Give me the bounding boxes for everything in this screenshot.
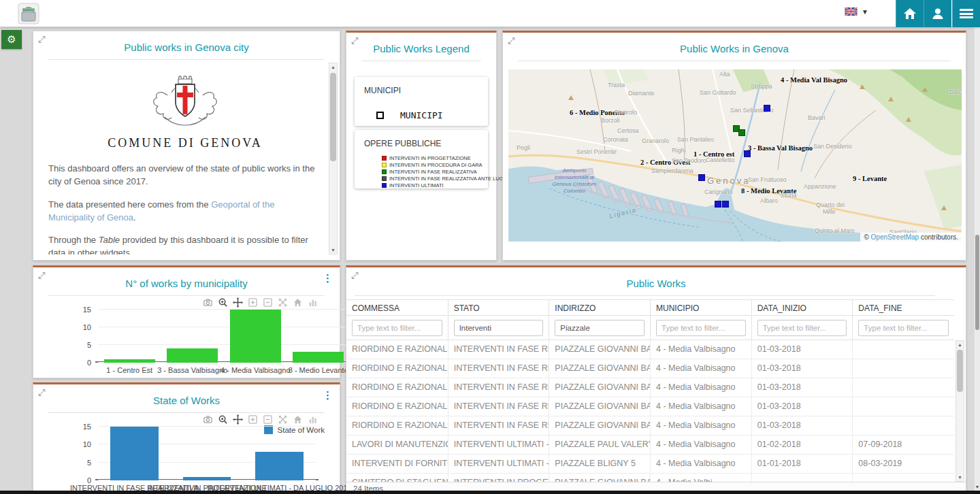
user-button[interactable] <box>924 0 951 27</box>
table-cell: 4 - Media Valbisagno <box>651 340 752 359</box>
bar-slot <box>171 422 244 480</box>
bar <box>293 352 344 363</box>
filter-input-municipio[interactable] <box>656 320 746 336</box>
table-body: RIORDINO E RAZIONALIZZINTERVENTI IN FASE… <box>346 340 954 482</box>
y-tick-label: 15 <box>83 306 91 314</box>
table-header: COMMESSA STATO INDIRIZZO MUNICIPIO DATA_… <box>346 299 954 316</box>
intro-paragraph: Through the Table provided by this dashb… <box>48 234 322 254</box>
filter-input-stato[interactable] <box>454 320 544 336</box>
openstreetmap-link[interactable]: OpenStreetMap <box>871 233 919 241</box>
panel-map: ⤢ Public Works in Genova <box>502 31 966 261</box>
expand-icon[interactable]: ⤢ <box>38 35 45 44</box>
filter-input-commessa[interactable] <box>352 320 442 336</box>
genova-crest-icon <box>147 75 223 133</box>
column-header[interactable]: INDIRIZZO <box>549 300 651 315</box>
table-row[interactable]: CIMITERO DI STAGLIENOINTERVENTI IN PROGE… <box>346 474 954 482</box>
y-tick-label: 10 <box>83 440 91 448</box>
bar-slot <box>98 305 161 363</box>
table-row[interactable]: LAVORI DI MANUTENZIONINTERVENTI ULTIMATI… <box>346 435 954 455</box>
home-button[interactable] <box>896 0 924 27</box>
table-cell: 07-09-2018 <box>853 435 954 454</box>
table-row[interactable]: RIORDINO E RAZIONALIZZINTERVENTI IN FASE… <box>346 340 954 359</box>
table-row[interactable]: RIORDINO E RAZIONALIZZINTERVENTI IN FASE… <box>346 416 954 435</box>
table-cell: 01-03-2018 <box>752 340 853 359</box>
legend-item-label: MUNICIPI <box>400 110 443 120</box>
panel-title: Public Works in Genova <box>503 33 966 54</box>
menu-button[interactable] <box>952 0 980 27</box>
scroll-down-icon[interactable]: ▼ <box>975 484 980 489</box>
scrollbar-thumb[interactable] <box>975 235 979 330</box>
table-cell: PIAZZALE GIOVANNI BATT <box>549 378 651 397</box>
panel-state-of-works: ⤢ ⋮ State of Works State of Work 051015I… <box>33 382 340 494</box>
table-cell: 4 - Media Valbi <box>651 474 752 482</box>
bar-slot <box>98 422 171 480</box>
widget-menu-icon[interactable]: ⋮ <box>323 390 333 400</box>
org-name: COMUNE DI GENOVA <box>48 136 322 150</box>
expand-icon[interactable]: ⤢ <box>38 271 45 280</box>
bar <box>255 452 303 480</box>
table-cell: PIAZZALE PAUL VALERY 9 <box>549 435 651 454</box>
bar <box>110 427 158 480</box>
intro-paragraph: The data presented here comes from the G… <box>48 199 322 225</box>
scrollbar-thumb[interactable] <box>330 73 336 161</box>
gear-icon: ⚙ <box>7 33 16 46</box>
widget-menu-icon[interactable]: ⋮ <box>323 273 333 283</box>
table-cell: LAVORI DI MANUTENZION <box>346 435 448 454</box>
column-header[interactable]: STATO <box>448 300 550 315</box>
table-cell: RIORDINO E RAZIONALIZZ <box>346 340 448 359</box>
table-cell: RIORDINO E RAZIONALIZZ <box>346 397 448 416</box>
table-cell: 01-03-2018 <box>752 397 853 416</box>
filter-input-indirizzo[interactable] <box>555 320 644 336</box>
x-tick-label: 8 - Medio Levante <box>289 366 348 374</box>
table-cell: 4 - Media Valbisagno <box>651 397 752 416</box>
bar-slot <box>161 305 225 363</box>
divider <box>48 59 325 60</box>
scroll-up-icon[interactable]: ▲ <box>329 65 337 69</box>
x-tick-label: 4 - Media Valbisagno <box>220 366 291 374</box>
table-cell: 4 - Media Valbisagno <box>651 378 752 397</box>
column-header[interactable]: DATA_INIZIO <box>752 300 853 315</box>
x-tick-label: 1 - Centro Est <box>106 366 152 374</box>
column-header[interactable]: DATA_FINE <box>853 300 954 315</box>
scrollbar-thumb[interactable] <box>957 350 963 392</box>
legend-item-label: INTERVENTI ULTIMATI <box>389 182 444 188</box>
bar-slot <box>224 305 287 363</box>
intro-scrollbar[interactable]: ▲ ▼ <box>329 63 338 254</box>
table-row[interactable]: INTERVENTI DI FORNITURINTERVENTI ULTIMAT… <box>346 455 954 474</box>
divider <box>355 295 935 296</box>
table-row[interactable]: RIORDINO E RAZIONALIZZINTERVENTI IN FASE… <box>346 397 954 416</box>
language-selector[interactable]: ▼ <box>845 7 868 16</box>
panel-intro: ⤢ Public works in Genova city <box>33 31 340 261</box>
column-header[interactable]: COMMESSA <box>346 300 448 315</box>
legend-swatch-icon <box>382 163 387 167</box>
scroll-down-icon[interactable]: ▼ <box>956 475 964 480</box>
legend-swatch-icon <box>382 169 387 174</box>
filter-input-data-fine[interactable] <box>858 320 949 336</box>
table-cell: 01-02-2018 <box>752 435 853 454</box>
bar-chart: 0510151 - Centro Est3 - Bassa Valbisagno… <box>98 305 350 363</box>
table-row[interactable]: RIORDINO E RAZIONALIZZINTERVENTI IN FASE… <box>346 359 954 378</box>
map-canvas[interactable]: Liguria Aeroporto Internazionale di Geno… <box>508 69 962 242</box>
table-cell: INTERVENTI DI FORNITUR <box>346 455 448 473</box>
table-cell: PIAZZALE GIOVANNI BATT <box>549 397 651 416</box>
scroll-down-icon[interactable]: ▼ <box>329 248 337 252</box>
settings-button[interactable]: ⚙ <box>1 30 22 49</box>
table-row[interactable]: RIORDINO E RAZIONALIZZINTERVENTI IN FASE… <box>346 378 954 397</box>
legend-heading: OPERE PUBBLICHE <box>355 130 488 148</box>
expand-icon[interactable]: ⤢ <box>351 271 358 280</box>
column-header[interactable]: MUNICIPIO <box>651 300 752 315</box>
page-scrollbar[interactable]: ▼ <box>974 27 980 494</box>
table-scrollbar[interactable]: ▲ ▼ <box>956 340 964 482</box>
bars <box>98 305 350 363</box>
panel-public-works-table: ⤢ Public Works COMMESSA STATO INDIRIZZO … <box>346 265 966 494</box>
scroll-up-icon[interactable]: ▲ <box>956 342 964 347</box>
bottom-edge-bar <box>0 491 980 494</box>
app-logo-icon: MapStore <box>18 3 39 24</box>
table-cell: RIORDINO E RAZIONALIZZ <box>346 359 448 378</box>
expand-icon[interactable]: ⤢ <box>351 36 358 45</box>
svg-text:MapStore: MapStore <box>22 8 35 12</box>
expand-icon[interactable]: ⤢ <box>38 388 45 397</box>
filter-input-data-inizio[interactable] <box>757 320 847 336</box>
bar-chart: 051015INTERVENTI IN FASE REALIZZATIVAINT… <box>98 422 316 480</box>
expand-icon[interactable]: ⤢ <box>508 36 514 45</box>
